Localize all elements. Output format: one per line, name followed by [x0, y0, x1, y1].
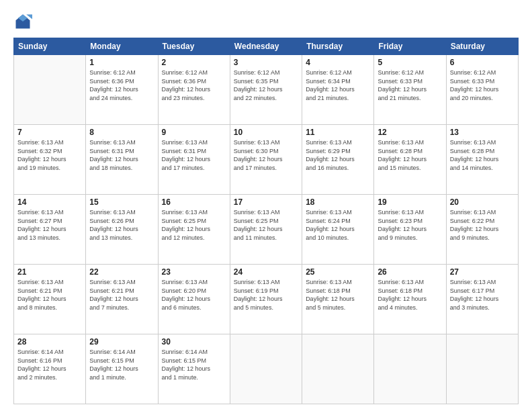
weekday-header: Friday	[374, 38, 446, 55]
calendar-cell: 25Sunrise: 6:13 AM Sunset: 6:18 PM Dayli…	[302, 265, 374, 334]
weekday-header: Tuesday	[158, 38, 230, 55]
day-number: 27	[450, 267, 515, 277]
day-number: 11	[306, 128, 370, 137]
weekday-header: Monday	[86, 38, 158, 55]
day-info: Sunrise: 6:13 AM Sunset: 6:28 PM Dayligh…	[378, 138, 442, 172]
calendar-cell: 24Sunrise: 6:13 AM Sunset: 6:19 PM Dayli…	[230, 265, 302, 334]
calendar-table: SundayMondayTuesdayWednesdayThursdayFrid…	[13, 38, 519, 404]
calendar-cell	[446, 334, 518, 404]
day-number: 17	[234, 197, 298, 207]
day-info: Sunrise: 6:13 AM Sunset: 6:18 PM Dayligh…	[306, 278, 370, 312]
day-info: Sunrise: 6:13 AM Sunset: 6:19 PM Dayligh…	[234, 278, 298, 312]
day-info: Sunrise: 6:14 AM Sunset: 6:15 PM Dayligh…	[89, 348, 154, 381]
day-info: Sunrise: 6:13 AM Sunset: 6:17 PM Dayligh…	[450, 278, 515, 312]
day-number: 4	[306, 58, 370, 67]
day-number: 6	[450, 58, 515, 67]
day-number: 1	[89, 58, 154, 67]
calendar-cell: 10Sunrise: 6:13 AM Sunset: 6:30 PM Dayli…	[230, 125, 302, 195]
day-info: Sunrise: 6:12 AM Sunset: 6:33 PM Dayligh…	[450, 68, 515, 102]
logo-icon	[13, 12, 32, 31]
day-number: 5	[378, 58, 442, 67]
calendar-cell: 30Sunrise: 6:14 AM Sunset: 6:15 PM Dayli…	[158, 334, 230, 404]
day-number: 7	[17, 128, 82, 137]
day-info: Sunrise: 6:13 AM Sunset: 6:21 PM Dayligh…	[89, 278, 154, 312]
day-number: 28	[17, 337, 82, 347]
calendar-cell: 21Sunrise: 6:13 AM Sunset: 6:21 PM Dayli…	[14, 265, 86, 334]
day-number: 21	[17, 267, 82, 277]
calendar-cell: 12Sunrise: 6:13 AM Sunset: 6:28 PM Dayli…	[374, 125, 446, 195]
day-number: 8	[89, 128, 154, 137]
day-info: Sunrise: 6:12 AM Sunset: 6:36 PM Dayligh…	[89, 68, 154, 102]
calendar-cell: 16Sunrise: 6:13 AM Sunset: 6:25 PM Dayli…	[158, 195, 230, 265]
day-info: Sunrise: 6:12 AM Sunset: 6:35 PM Dayligh…	[234, 68, 298, 102]
day-number: 2	[162, 58, 226, 67]
day-info: Sunrise: 6:13 AM Sunset: 6:22 PM Dayligh…	[450, 208, 515, 242]
day-number: 13	[450, 128, 515, 137]
calendar-cell: 15Sunrise: 6:13 AM Sunset: 6:26 PM Dayli…	[86, 195, 158, 265]
day-number: 3	[234, 58, 298, 67]
day-number: 10	[234, 128, 298, 137]
calendar-cell: 7Sunrise: 6:13 AM Sunset: 6:32 PM Daylig…	[14, 125, 86, 195]
weekday-header: Sunday	[14, 38, 86, 55]
day-info: Sunrise: 6:12 AM Sunset: 6:34 PM Dayligh…	[306, 68, 370, 102]
day-info: Sunrise: 6:12 AM Sunset: 6:33 PM Dayligh…	[378, 68, 442, 102]
calendar-cell: 22Sunrise: 6:13 AM Sunset: 6:21 PM Dayli…	[86, 265, 158, 334]
day-number: 20	[450, 197, 515, 207]
calendar-cell: 29Sunrise: 6:14 AM Sunset: 6:15 PM Dayli…	[86, 334, 158, 404]
day-number: 22	[89, 267, 154, 277]
calendar-cell	[374, 334, 446, 404]
calendar-cell: 26Sunrise: 6:13 AM Sunset: 6:18 PM Dayli…	[374, 265, 446, 334]
day-number: 19	[378, 197, 442, 207]
calendar-cell: 6Sunrise: 6:12 AM Sunset: 6:33 PM Daylig…	[446, 55, 518, 125]
calendar-cell: 2Sunrise: 6:12 AM Sunset: 6:36 PM Daylig…	[158, 55, 230, 125]
day-number: 14	[17, 197, 82, 207]
day-info: Sunrise: 6:14 AM Sunset: 6:16 PM Dayligh…	[17, 348, 82, 381]
day-info: Sunrise: 6:13 AM Sunset: 6:20 PM Dayligh…	[162, 278, 226, 312]
page: SundayMondayTuesdayWednesdayThursdayFrid…	[0, 0, 532, 411]
day-info: Sunrise: 6:13 AM Sunset: 6:27 PM Dayligh…	[17, 208, 82, 242]
calendar-cell: 1Sunrise: 6:12 AM Sunset: 6:36 PM Daylig…	[86, 55, 158, 125]
day-number: 18	[306, 197, 370, 207]
logo	[13, 12, 35, 31]
calendar-cell	[14, 55, 86, 125]
calendar-cell: 14Sunrise: 6:13 AM Sunset: 6:27 PM Dayli…	[14, 195, 86, 265]
day-info: Sunrise: 6:13 AM Sunset: 6:30 PM Dayligh…	[234, 138, 298, 172]
calendar-cell: 9Sunrise: 6:13 AM Sunset: 6:31 PM Daylig…	[158, 125, 230, 195]
calendar-cell: 17Sunrise: 6:13 AM Sunset: 6:25 PM Dayli…	[230, 195, 302, 265]
day-info: Sunrise: 6:13 AM Sunset: 6:21 PM Dayligh…	[17, 278, 82, 312]
day-info: Sunrise: 6:13 AM Sunset: 6:31 PM Dayligh…	[162, 138, 226, 172]
weekday-header: Saturday	[446, 38, 518, 55]
calendar-cell: 5Sunrise: 6:12 AM Sunset: 6:33 PM Daylig…	[374, 55, 446, 125]
day-info: Sunrise: 6:13 AM Sunset: 6:24 PM Dayligh…	[306, 208, 370, 242]
day-info: Sunrise: 6:13 AM Sunset: 6:32 PM Dayligh…	[17, 138, 82, 172]
day-info: Sunrise: 6:13 AM Sunset: 6:23 PM Dayligh…	[378, 208, 442, 242]
calendar-cell: 8Sunrise: 6:13 AM Sunset: 6:31 PM Daylig…	[86, 125, 158, 195]
calendar-cell: 28Sunrise: 6:14 AM Sunset: 6:16 PM Dayli…	[14, 334, 86, 404]
day-info: Sunrise: 6:13 AM Sunset: 6:25 PM Dayligh…	[234, 208, 298, 242]
day-info: Sunrise: 6:13 AM Sunset: 6:31 PM Dayligh…	[89, 138, 154, 172]
day-number: 26	[378, 267, 442, 277]
calendar-cell: 20Sunrise: 6:13 AM Sunset: 6:22 PM Dayli…	[446, 195, 518, 265]
calendar-cell	[302, 334, 374, 404]
calendar-cell: 13Sunrise: 6:13 AM Sunset: 6:28 PM Dayli…	[446, 125, 518, 195]
day-info: Sunrise: 6:13 AM Sunset: 6:26 PM Dayligh…	[89, 208, 154, 242]
day-number: 30	[162, 337, 226, 347]
day-number: 29	[89, 337, 154, 347]
day-info: Sunrise: 6:13 AM Sunset: 6:25 PM Dayligh…	[162, 208, 226, 242]
day-number: 12	[378, 128, 442, 137]
calendar-cell: 3Sunrise: 6:12 AM Sunset: 6:35 PM Daylig…	[230, 55, 302, 125]
calendar-cell: 27Sunrise: 6:13 AM Sunset: 6:17 PM Dayli…	[446, 265, 518, 334]
calendar-cell: 11Sunrise: 6:13 AM Sunset: 6:29 PM Dayli…	[302, 125, 374, 195]
day-number: 25	[306, 267, 370, 277]
day-number: 24	[234, 267, 298, 277]
calendar-cell: 18Sunrise: 6:13 AM Sunset: 6:24 PM Dayli…	[302, 195, 374, 265]
day-info: Sunrise: 6:12 AM Sunset: 6:36 PM Dayligh…	[162, 68, 226, 102]
day-number: 23	[162, 267, 226, 277]
day-number: 15	[89, 197, 154, 207]
calendar-cell: 23Sunrise: 6:13 AM Sunset: 6:20 PM Dayli…	[158, 265, 230, 334]
weekday-header: Thursday	[302, 38, 374, 55]
calendar-cell: 19Sunrise: 6:13 AM Sunset: 6:23 PM Dayli…	[374, 195, 446, 265]
weekday-header: Wednesday	[230, 38, 302, 55]
day-info: Sunrise: 6:13 AM Sunset: 6:18 PM Dayligh…	[378, 278, 442, 312]
header	[13, 12, 519, 31]
